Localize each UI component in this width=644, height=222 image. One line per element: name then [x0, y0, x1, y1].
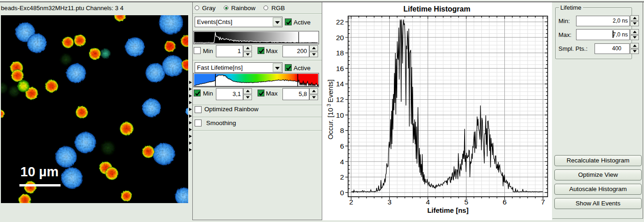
- svg-text:2: 2: [349, 198, 353, 206]
- svg-text:6: 6: [503, 198, 507, 206]
- svg-text:Occur. [10 3 Events]: Occur. [10 3 Events]: [326, 79, 334, 139]
- svg-text:Lifetime [ns]: Lifetime [ns]: [427, 206, 468, 214]
- svg-text:14: 14: [336, 80, 344, 88]
- svg-text:4: 4: [426, 198, 430, 206]
- svg-text:8: 8: [340, 126, 344, 134]
- svg-text:10: 10: [336, 111, 344, 119]
- svg-text:Lifetime Histogram: Lifetime Histogram: [404, 5, 471, 13]
- svg-text:22: 22: [336, 18, 344, 26]
- svg-text:4: 4: [340, 158, 344, 166]
- svg-text:3: 3: [387, 198, 392, 206]
- svg-text:0: 0: [340, 189, 344, 197]
- svg-text:5: 5: [464, 198, 468, 206]
- svg-text:10 µm: 10 µm: [20, 164, 59, 179]
- svg-text:7: 7: [541, 198, 545, 206]
- svg-text:16: 16: [336, 65, 344, 72]
- svg-text:18: 18: [336, 49, 344, 57]
- svg-text:12: 12: [336, 96, 344, 103]
- svg-text:6: 6: [340, 142, 344, 150]
- svg-text:2: 2: [340, 173, 344, 181]
- svg-text:20: 20: [336, 34, 344, 42]
